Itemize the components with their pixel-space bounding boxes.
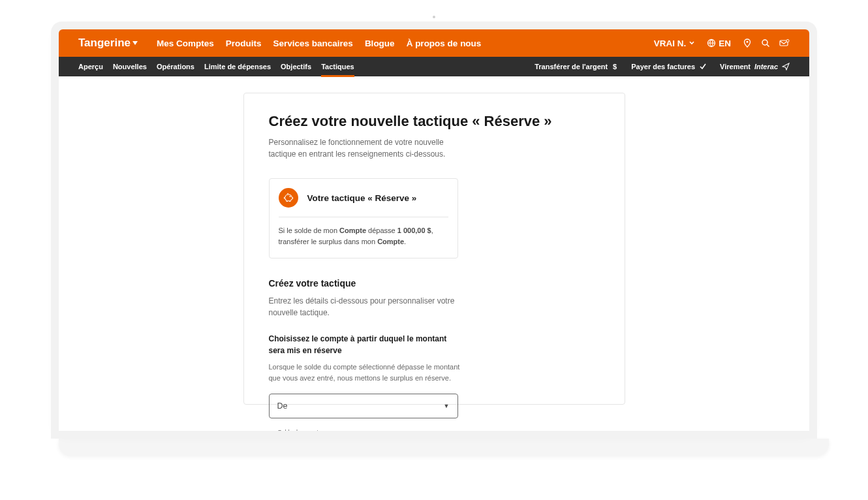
tab-tactiques[interactable]: Tactiques: [321, 57, 354, 76]
chevron-down-icon: [689, 40, 695, 46]
tactic-description: Si le solde de mon Compte dépasse 1 000,…: [279, 217, 448, 247]
action-label: Transférer de l'argent: [535, 63, 608, 70]
tab-objectifs[interactable]: Objectifs: [281, 57, 311, 76]
dollar-icon: $: [612, 63, 618, 70]
mail-icon[interactable]: [779, 39, 790, 48]
header-right: VRAI N. EN: [654, 39, 790, 48]
header-bar: Tangerine Mes Comptes Produits Services …: [59, 29, 809, 57]
action-label-em: Interac: [754, 63, 778, 70]
laptop-frame: Tangerine Mes Comptes Produits Services …: [0, 0, 868, 500]
user-menu[interactable]: VRAI N.: [654, 39, 696, 48]
send-icon: [782, 63, 790, 70]
tactic-summary-box: Votre tactique « Réserve » Si le solde d…: [269, 178, 458, 258]
svg-point-5: [786, 40, 789, 42]
tab-limite[interactable]: Limite de dépenses: [204, 57, 271, 76]
logo-text: Tangerine: [78, 37, 131, 50]
user-name: VRAI N.: [654, 39, 687, 48]
tab-apercu[interactable]: Aperçu: [78, 57, 103, 76]
main-nav: Mes Comptes Produits Services bancaires …: [157, 39, 481, 48]
lang-label: EN: [719, 39, 731, 48]
globe-icon: [707, 39, 716, 48]
logo[interactable]: Tangerine: [78, 37, 138, 50]
svg-line-3: [767, 44, 769, 47]
action-label-pre: Virement: [720, 63, 751, 70]
tab-operations[interactable]: Opérations: [157, 57, 194, 76]
laptop-base: [59, 439, 829, 456]
sub-nav: Aperçu Nouvelles Opérations Limite de dé…: [59, 57, 809, 76]
tab-nouvelles[interactable]: Nouvelles: [113, 57, 147, 76]
check-icon: [699, 63, 707, 70]
chevron-down-icon: ▼: [444, 403, 450, 409]
nav-mes-comptes[interactable]: Mes Comptes: [157, 39, 214, 48]
balance-label: Solde de compte: [275, 429, 325, 431]
nav-apropos[interactable]: À propos de nous: [407, 39, 482, 48]
action-paybills[interactable]: Payer des factures: [631, 63, 707, 70]
search-icon[interactable]: [761, 39, 770, 48]
select-value: De: [277, 401, 288, 411]
sub-nav-right: Transférer de l'argent $ Payer des factu…: [535, 63, 790, 70]
content-area: Créez votre nouvelle tactique « Réserve …: [59, 76, 809, 431]
section-body: Entrez les détails ci-dessous pour perso…: [269, 295, 465, 319]
from-account-label: Choisissez le compte à partir duquel le …: [269, 333, 465, 356]
language-switcher[interactable]: EN: [707, 39, 731, 48]
from-account-select[interactable]: De ▼: [269, 394, 458, 418]
nav-blogue[interactable]: Blogue: [365, 39, 395, 48]
header-icons: [743, 39, 790, 48]
svg-text:$: $: [613, 63, 617, 70]
piggy-bank-icon: [279, 188, 298, 208]
from-account-help: Lorsque le solde du compte sélectionné d…: [269, 362, 465, 383]
action-transfer[interactable]: Transférer de l'argent $: [535, 63, 618, 70]
page-subtitle: Personnalisez le fonctionnement de votre…: [269, 136, 465, 160]
svg-point-2: [762, 40, 767, 45]
action-interac[interactable]: Virement Interac: [720, 63, 790, 70]
screen: Tangerine Mes Comptes Produits Services …: [59, 29, 809, 431]
page-title: Créez votre nouvelle tactique « Réserve …: [269, 113, 600, 130]
main-card: Créez votre nouvelle tactique « Réserve …: [243, 93, 625, 405]
tactic-title: Votre tactique « Réserve »: [307, 193, 417, 203]
location-icon[interactable]: [743, 39, 752, 48]
action-label: Payer des factures: [631, 63, 695, 70]
tactic-header: Votre tactique « Réserve »: [279, 188, 448, 217]
logo-arrow-icon: [132, 40, 138, 46]
nav-produits[interactable]: Produits: [226, 39, 262, 48]
sub-nav-left: Aperçu Nouvelles Opérations Limite de dé…: [78, 57, 354, 76]
nav-services[interactable]: Services bancaires: [273, 39, 353, 48]
svg-point-1: [747, 41, 749, 43]
section-title: Créez votre tactique: [269, 278, 600, 289]
